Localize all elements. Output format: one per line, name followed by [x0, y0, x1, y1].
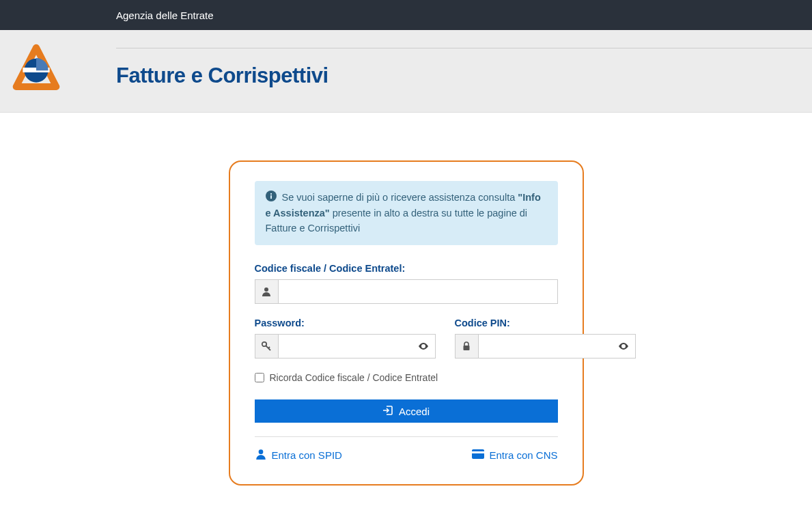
- info-text-prefix: Se vuoi saperne di più o ricevere assist…: [282, 192, 518, 203]
- svg-rect-4: [270, 193, 272, 195]
- user-icon: [255, 280, 279, 303]
- cf-input-group: [255, 279, 558, 304]
- lock-icon: [456, 335, 479, 358]
- spid-icon: [255, 448, 267, 462]
- login-button[interactable]: Accedi: [255, 399, 558, 423]
- svg-rect-3: [270, 195, 272, 199]
- cf-label: Codice fiscale / Codice Entratel:: [255, 263, 558, 274]
- login-card: Se vuoi saperne di più o ricevere assist…: [229, 160, 584, 486]
- top-bar: Agenzia delle Entrate: [0, 0, 812, 30]
- card-icon: [472, 448, 484, 462]
- page-title: Fatture e Corrispettivi: [116, 64, 812, 88]
- svg-rect-13: [472, 449, 484, 459]
- pin-label: Codice PIN:: [455, 318, 636, 328]
- svg-rect-10: [464, 346, 470, 350]
- spid-label: Entra con SPID: [272, 449, 342, 461]
- svg-point-9: [422, 346, 424, 348]
- password-input[interactable]: [279, 335, 412, 358]
- brand-name: Agenzia delle Entrate: [116, 10, 214, 21]
- info-icon: [266, 191, 277, 206]
- remember-row: Ricorda Codice fiscale / Codice Entratel: [255, 372, 558, 383]
- password-input-group: [255, 334, 436, 359]
- pin-input-group: [455, 334, 636, 359]
- key-icon: [255, 335, 279, 358]
- password-label: Password:: [255, 318, 436, 328]
- svg-point-11: [622, 346, 624, 348]
- login-button-label: Accedi: [399, 406, 430, 417]
- logo-wrap: [0, 44, 116, 92]
- spid-link[interactable]: Entra con SPID: [255, 448, 342, 462]
- remember-label: Ricorda Codice fiscale / Codice Entratel: [270, 372, 438, 383]
- divider: [255, 436, 558, 437]
- info-box: Se vuoi saperne di più o ricevere assist…: [255, 181, 558, 245]
- cns-link[interactable]: Entra con CNS: [472, 448, 557, 462]
- header-band: Fatture e Corrispettivi: [0, 30, 812, 113]
- password-visibility-toggle[interactable]: [412, 335, 435, 358]
- cns-label: Entra con CNS: [489, 449, 557, 461]
- svg-point-5: [264, 287, 268, 292]
- remember-checkbox[interactable]: [255, 373, 264, 382]
- svg-line-8: [268, 347, 270, 348]
- cf-input[interactable]: [279, 280, 557, 303]
- agency-logo-icon: [12, 44, 60, 92]
- svg-rect-14: [472, 451, 484, 453]
- login-icon: [382, 405, 393, 418]
- pin-visibility-toggle[interactable]: [612, 335, 635, 358]
- pin-input[interactable]: [479, 335, 612, 358]
- svg-point-12: [258, 450, 263, 455]
